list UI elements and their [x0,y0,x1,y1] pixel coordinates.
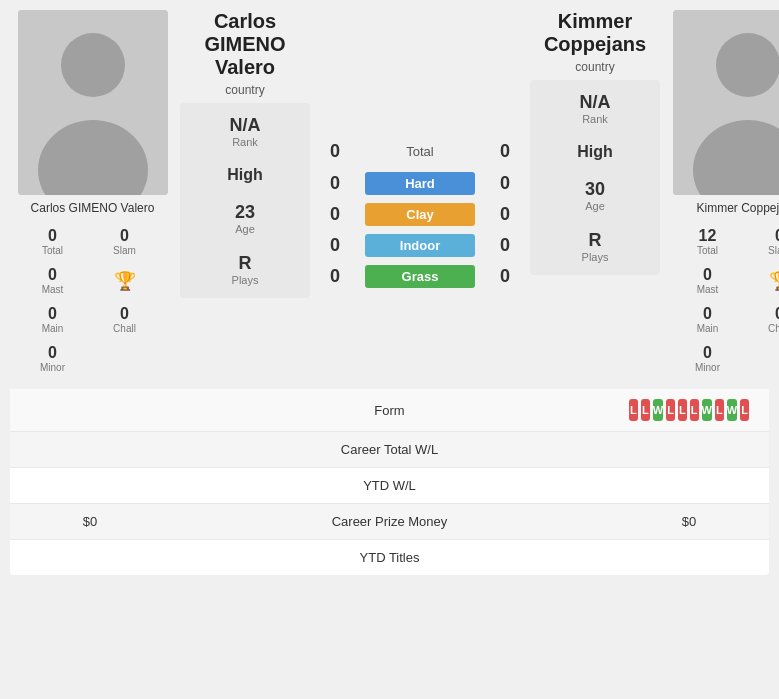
bottom-stats: Form L L W L L L W L W L Career Total W/… [10,389,769,575]
player2-plays-item: R Plays [582,230,609,263]
player2-mast-stat: 0 Mast [673,262,743,299]
prize-row: $0 Career Prize Money $0 [10,504,769,540]
svg-point-4 [716,33,780,97]
player1-rank-item: N/A Rank [230,115,261,148]
player2-photo [673,10,780,195]
player2-main-stat: 0 Main [673,301,743,338]
ytd-titles-label: YTD Titles [150,550,629,565]
form-badge-1: L [641,399,650,421]
form-badge-0: L [629,399,638,421]
form-badge-7: L [715,399,724,421]
two-panels: Carlos GIMENO Valero country N/A Rank Hi… [180,10,660,298]
center-area: Carlos GIMENO Valero country N/A Rank Hi… [180,10,660,377]
player1-slam-stat: 0 Slam [90,223,160,260]
player1-photo [18,10,168,195]
form-badge-4: L [678,399,687,421]
player1-stats: 0 Total 0 Slam 0 Mast 🏆 0 Main [18,223,168,377]
player2-trophy-icon-box: 🏆 [745,262,780,299]
clay-row: 0 Clay 0 [320,203,520,226]
main-container: Carlos GIMENO Valero 0 Total 0 Slam 0 Ma… [0,0,779,575]
prize-label: Career Prize Money [150,514,629,529]
form-badge-9: L [740,399,749,421]
player1-total-stat: 0 Total [18,223,88,260]
player1-country: country [225,83,264,97]
ytd-titles-row: YTD Titles [10,540,769,575]
player2-chall-stat: 0 Chall [745,301,780,338]
form-badge-8: W [727,399,737,421]
player2-high-item: High [577,143,613,161]
prize-left: $0 [30,514,150,529]
form-badges-container: L L W L L L W L W L [629,399,749,421]
right-player-section: Kimmer Coppejans 12 Total 0 Slam 0 Mast … [665,10,779,377]
player2-rank-item: N/A Rank [580,92,611,125]
player1-age-item: 23 Age [235,202,255,235]
ytd-wl-label: YTD W/L [150,478,629,493]
form-row: Form L L W L L L W L W L [10,389,769,432]
form-badge-5: L [690,399,699,421]
player2-name-panel: Kimmer Coppejans country N/A Rank High 3… [530,10,660,298]
form-badge-2: W [653,399,663,421]
player2-name-top: Kimmer Coppejans [530,10,660,56]
svg-point-1 [61,33,125,97]
indoor-badge: Indoor [365,234,475,257]
player2-minor-stat: 0 Minor [673,340,743,377]
form-badge-6: W [702,399,712,421]
form-label: Form [150,403,629,418]
player2-trophy-icon: 🏆 [769,270,780,292]
player1-high-item: High [227,166,263,184]
prize-right: $0 [629,514,749,529]
player1-minor-stat: 0 Minor [18,340,88,377]
player1-name-below: Carlos GIMENO Valero [18,201,168,215]
form-badge-3: L [666,399,675,421]
player2-name-below: Kimmer Coppejans [673,201,780,215]
surface-rows: 0 Hard 0 0 Clay 0 0 Indoor 0 [320,172,520,288]
player2-country: country [575,60,614,74]
grass-row: 0 Grass 0 [320,265,520,288]
player1-main-stat: 0 Main [18,301,88,338]
player1-trophy-icon-box: 🏆 [90,262,160,299]
career-wl-row: Career Total W/L [10,432,769,468]
player1-trophy-icon: 🏆 [114,270,136,292]
player2-stats: 12 Total 0 Slam 0 Mast 🏆 0 Main [673,223,780,377]
hard-row: 0 Hard 0 [320,172,520,195]
clay-badge: Clay [365,203,475,226]
player1-name-panel: Carlos GIMENO Valero country N/A Rank Hi… [180,10,310,298]
grass-badge: Grass [365,265,475,288]
player1-info-panel: N/A Rank High 23 Age R Plays [180,103,310,298]
player1-plays-item: R Plays [232,253,259,286]
total-row: 0 Total 0 [320,141,520,162]
player1-chall-stat: 0 Chall [90,301,160,338]
player1-name-top: Carlos GIMENO Valero [180,10,310,79]
indoor-row: 0 Indoor 0 [320,234,520,257]
ytd-wl-row: YTD W/L [10,468,769,504]
hard-badge: Hard [365,172,475,195]
scores-panel: 0 Total 0 0 Hard 0 0 Clay 0 [320,10,520,298]
player2-info-panel: N/A Rank High 30 Age R Plays [530,80,660,275]
player1-mast-stat: 0 Mast [18,262,88,299]
left-player-section: Carlos GIMENO Valero 0 Total 0 Slam 0 Ma… [10,10,175,377]
career-wl-label: Career Total W/L [150,442,629,457]
player2-slam-stat: 0 Slam [745,223,780,260]
player2-total-stat: 12 Total [673,223,743,260]
player2-age-item: 30 Age [585,179,605,212]
top-area: Carlos GIMENO Valero 0 Total 0 Slam 0 Ma… [0,0,779,377]
